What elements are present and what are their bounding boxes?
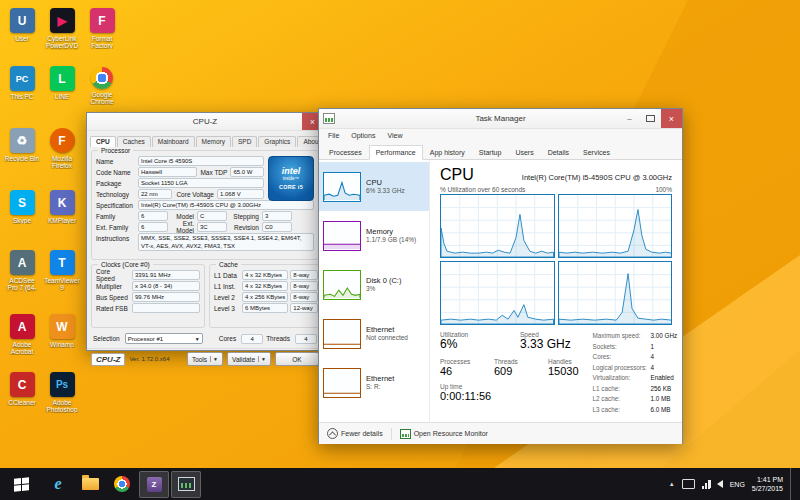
fewer-details-button[interactable]: Fewer details — [327, 428, 383, 439]
menu-file[interactable]: File — [323, 132, 344, 139]
ok-button[interactable]: OK — [275, 352, 319, 366]
desktop-icon-firefox[interactable]: F Mozilla Firefox — [44, 128, 80, 169]
graph-max-label: 100% — [655, 186, 672, 193]
desktop-icon-label: TeamViewer 9 — [44, 277, 80, 291]
taskbar-ie-button[interactable]: e — [43, 471, 73, 498]
tab-performance[interactable]: Performance — [369, 145, 423, 160]
desktop-icon-user[interactable]: U User — [4, 8, 40, 42]
cpuz-tab-spd[interactable]: SPD — [232, 136, 257, 147]
chrome-icon — [114, 476, 130, 492]
show-hidden-icons-button[interactable]: ▲ — [669, 481, 675, 487]
desktop-icon-label: KMPlayer — [44, 217, 80, 224]
desktop-icon-label: Adobe Acrobat — [4, 341, 40, 355]
cpuz-tab-graphics[interactable]: Graphics — [258, 136, 296, 147]
sidebar-cpu-detail: 6% 3.33 GHz — [366, 187, 405, 195]
field-label: Package — [96, 180, 138, 187]
menu-view[interactable]: View — [382, 132, 407, 139]
tray-time: 1:41 PM — [752, 475, 783, 484]
desktop-icon-acrobat[interactable]: A Adobe Acrobat — [4, 314, 40, 355]
sidebar-ethernet2-detail: S: R: — [366, 383, 394, 391]
file-explorer-icon — [82, 478, 99, 490]
sidebar-item-ethernet-2[interactable]: Ethernet S: R: — [319, 358, 429, 407]
sidebar-item-ethernet-1[interactable]: Ethernet Not connected — [319, 309, 429, 358]
desktop-icon-acdsee[interactable]: A ACDSee Pro 7 (64-bit) — [4, 250, 40, 292]
desktop-icon-teamviewer[interactable]: T TeamViewer 9 — [44, 250, 80, 291]
tab-app-history[interactable]: App history — [423, 145, 472, 160]
tools-button[interactable]: Tools ▼ — [187, 352, 223, 366]
threads-label: Threads — [494, 358, 534, 365]
taskbar-taskmgr-button[interactable] — [171, 471, 201, 498]
maximize-icon[interactable] — [640, 109, 661, 128]
threads-value: 609 — [494, 365, 534, 378]
sidebar-item-memory[interactable]: Memory 1.1/7.9 GB (14%) — [319, 211, 429, 260]
volume-icon[interactable] — [717, 480, 723, 488]
tab-startup[interactable]: Startup — [472, 145, 509, 160]
desktop-icon-kmplayer[interactable]: K KMPlayer — [44, 190, 80, 224]
open-resource-monitor-link[interactable]: Open Resource Monitor — [400, 429, 488, 439]
desktop-icon-line[interactable]: L LINE — [44, 66, 80, 100]
processor-select[interactable]: Processor #1 ▼ — [125, 333, 203, 344]
processes-label: Processes — [440, 358, 480, 365]
close-icon[interactable]: × — [661, 109, 682, 128]
start-button[interactable] — [0, 468, 42, 500]
bus-speed-field: 99.76 MHz — [132, 292, 200, 302]
detail-label: Maximum speed: — [593, 332, 651, 343]
desktop-icon-photoshop[interactable]: Ps Adobe Photoshop — [44, 372, 80, 413]
detail-label: L1 cache: — [593, 385, 651, 396]
cpuz-tab-mainboard[interactable]: Mainboard — [152, 136, 195, 147]
task-manager-window: Task Manager – × File Options View Proce… — [318, 108, 683, 444]
l1-inst-way-field: 8-way — [290, 281, 318, 291]
cpuz-tab-memory[interactable]: Memory — [196, 136, 231, 147]
validate-button[interactable]: Validate ▼ — [227, 352, 271, 366]
taskmgr-titlebar[interactable]: Task Manager – × — [319, 109, 682, 129]
desktop-icon-chrome[interactable]: Google Chrome — [84, 66, 120, 105]
desktop-icon-recycle-bin[interactable]: ♻ Recycle Bin — [4, 128, 40, 162]
tab-users[interactable]: Users — [508, 145, 540, 160]
corevoltage-field: 1.068 V — [217, 189, 264, 199]
desktop-icon-skype[interactable]: S Skype — [4, 190, 40, 224]
clock[interactable]: 1:41 PM 5/27/2015 — [752, 475, 783, 493]
acdsee-icon: A — [10, 250, 35, 275]
touch-keyboard-icon[interactable] — [682, 479, 695, 489]
desktop-icon-format-factory[interactable]: F Format Factory — [84, 8, 120, 49]
sidebar-cpu-label: CPU — [366, 178, 405, 187]
field-label: Revision — [227, 224, 262, 231]
cores-label: Cores — [219, 335, 238, 342]
show-desktop-button[interactable] — [790, 468, 796, 500]
field-label: Level 3 — [214, 305, 242, 312]
photoshop-icon: Ps — [50, 372, 75, 397]
cpuz-titlebar[interactable]: CPU-Z × — [87, 113, 323, 131]
tray-date: 5/27/2015 — [752, 484, 783, 493]
field-label: Bus Speed — [96, 294, 132, 301]
ext-model-field: 3C — [197, 222, 227, 232]
tab-processes[interactable]: Processes — [322, 145, 369, 160]
minimize-icon[interactable]: – — [619, 109, 640, 128]
menu-options[interactable]: Options — [346, 132, 380, 139]
desktop-icon-ccleaner[interactable]: C CCleaner — [4, 372, 40, 406]
field-label: Rated FSB — [96, 305, 132, 312]
taskbar-explorer-button[interactable] — [75, 471, 105, 498]
sidebar-disk-detail: 3% — [366, 285, 401, 293]
sidebar-item-disk[interactable]: Disk 0 (C:) 3% — [319, 260, 429, 309]
cpuz-tab-caches[interactable]: Caches — [117, 136, 151, 147]
desktop-icon-label: CyberLink PowerDVD 14 — [44, 35, 80, 50]
taskbar-cpuz-button[interactable]: Z — [139, 471, 169, 498]
tab-services[interactable]: Services — [576, 145, 617, 160]
language-indicator[interactable]: ENG — [730, 481, 745, 488]
cpuz-tab-cpu[interactable]: CPU — [90, 136, 116, 147]
intel-badge-text: inside™ — [269, 176, 313, 181]
taskbar-chrome-button[interactable] — [107, 471, 137, 498]
desktop-icon-winamp[interactable]: W Winamp — [44, 314, 80, 348]
desktop-icon-this-pc[interactable]: PC This PC — [4, 66, 40, 100]
desktop-icon-powerdvd[interactable]: ▶ CyberLink PowerDVD 14 — [44, 8, 80, 50]
sidebar-item-cpu[interactable]: CPU 6% 3.33 GHz — [319, 162, 429, 211]
graph-axis-label: % Utilization over 60 seconds — [440, 186, 525, 193]
sidebar-disk-label: Disk 0 (C:) — [366, 276, 401, 285]
ethernet-thumbnail-graph — [323, 319, 361, 349]
detail-label: Virtualization: — [593, 374, 651, 385]
winamp-icon: W — [50, 314, 75, 339]
tab-details[interactable]: Details — [541, 145, 576, 160]
tools-button-label: Tools — [192, 356, 207, 363]
cpuz-window: CPU-Z × CPU Caches Mainboard Memory SPD … — [86, 112, 324, 351]
desktop-icon-label: This PC — [4, 93, 40, 100]
